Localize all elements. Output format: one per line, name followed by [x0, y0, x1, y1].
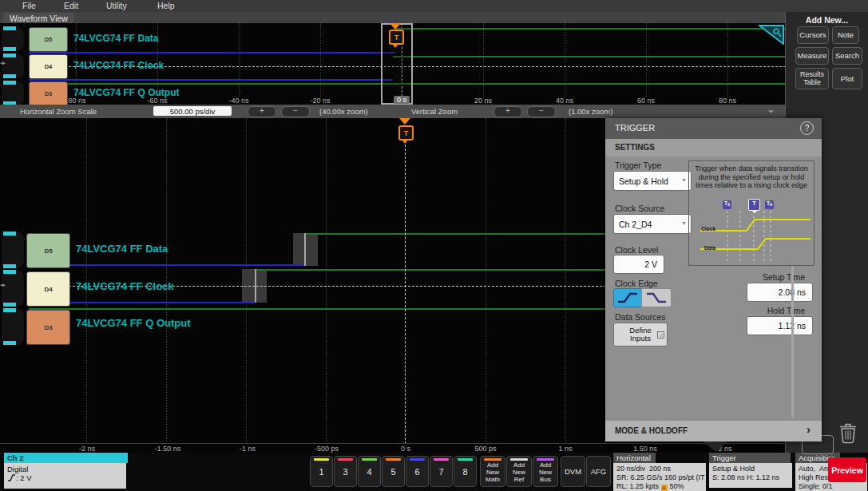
trash-icon[interactable]	[838, 422, 858, 445]
overview-axis-tick-zero: 0 s	[394, 96, 410, 104]
dropdown-arrow-icon: ▼	[681, 177, 687, 183]
settings-tab-label: SETTINGS	[615, 143, 655, 152]
overview-clock-low	[29, 79, 393, 81]
main-trigger-arrow-icon	[399, 118, 410, 125]
overview-data-low	[29, 52, 395, 53]
clock-edge-falling-button[interactable]	[641, 288, 672, 307]
hold-time-input[interactable]: 1.12 ns	[747, 316, 813, 335]
define-inputs-button[interactable]: Define Inputs ◿	[613, 323, 668, 346]
chevron-down-icon[interactable]: ⌄	[767, 103, 775, 115]
channel-badge-d4[interactable]: D4	[26, 271, 70, 307]
overview-trigger-tail-icon	[392, 44, 398, 48]
channel-6-button[interactable]: 6	[406, 456, 429, 487]
overview-axis-tick: -40 ns	[228, 97, 248, 105]
th-marker-flag: TH	[765, 200, 774, 209]
main-trigger-tail-icon	[402, 140, 408, 144]
clock-edge-rising-button[interactable]	[613, 288, 642, 307]
channel-5-button[interactable]: 5	[382, 456, 405, 487]
trigger-source-indicator-icon: ◂▸	[0, 60, 6, 66]
trigger-source-indicator-icon: ◂▸	[0, 282, 6, 288]
v-zoom-plus-button[interactable]: +	[493, 106, 522, 117]
menu-edit[interactable]: Edit	[64, 1, 78, 10]
channel-3-button[interactable]: 3	[334, 456, 357, 487]
trigger-badge[interactable]: Trigger Setup & Hold S: 2.08 ns H: 1.12 …	[709, 453, 792, 488]
ch2-threshold: : 2 V	[16, 473, 32, 482]
trigger-settings-panel: TRIGGER ? SETTINGS Trigger Type Setup & …	[605, 118, 822, 442]
channel-badge-d3[interactable]: D3	[29, 81, 68, 106]
channel-label-data: 74LVCG74 FF Data	[76, 243, 168, 255]
h-zoom-scale-input[interactable]: 500.00 ps/div	[153, 106, 232, 116]
channel-badge-d5[interactable]: D5	[29, 27, 68, 52]
tab-waveform-view[interactable]: Waveform View	[3, 13, 74, 24]
note-button[interactable]: Note	[832, 26, 859, 44]
v-zoom-minus-button[interactable]: −	[527, 106, 556, 117]
overview-plot[interactable]: T -80 ns -60 ns -40 ns -20 ns 0 s 20 ns …	[0, 23, 786, 105]
dropdown-arrow-icon: ▼	[681, 220, 687, 226]
plot-button[interactable]: Plot	[832, 68, 862, 89]
afg-button[interactable]: AFG	[586, 456, 611, 487]
channel-handle[interactable]	[2, 308, 24, 345]
h-zoom-plus-button[interactable]: +	[248, 106, 276, 117]
overview-trigger-flag-icon[interactable]: T	[389, 30, 404, 45]
add-new-title: Add New...	[786, 15, 868, 25]
horizontal-badge[interactable]: Horizontal 20 ns/div 200 ns SR: 6.25 GS/…	[613, 453, 706, 491]
main-axis-tick: 1.50 ns	[633, 445, 657, 453]
mode-holdoff-bar[interactable]: MODE & HOLDOFF ›	[605, 421, 822, 442]
clock-source-label: Clock Source	[615, 204, 664, 213]
main-data-edge	[304, 233, 306, 266]
clock-source-dropdown[interactable]: Ch 2_D4 ▼	[613, 214, 692, 234]
main-axis-tick: 0 s	[401, 445, 410, 453]
setup-time-label: Setup Time	[741, 272, 805, 282]
help-icon[interactable]: ?	[800, 121, 814, 135]
channel-8-button[interactable]: 8	[454, 456, 477, 487]
channel-label-output: 74LVCG74 FF Q Output	[76, 317, 191, 329]
channel-badge-d5[interactable]: D5	[26, 233, 70, 268]
channel-handle[interactable]	[2, 270, 24, 307]
overview-axis-tick: 60 ns	[637, 97, 655, 105]
clock-edge-label: Clock Edge	[615, 279, 658, 288]
trigger-type-dropdown[interactable]: Setup & Hold ▼	[613, 171, 692, 191]
h-zoom-minus-button[interactable]: −	[281, 106, 310, 117]
add-new-ref-button[interactable]: Add New Ref	[506, 456, 532, 487]
channel-badge-d3[interactable]: D3	[26, 310, 70, 345]
dvm-button[interactable]: DVM	[561, 456, 585, 487]
channel-handle[interactable]	[2, 81, 24, 105]
ts-marker-flag: TS	[723, 200, 731, 209]
menu-file[interactable]: File	[22, 1, 36, 10]
hold-time-label: Hold Time	[741, 306, 805, 315]
trigger-panel-header[interactable]: TRIGGER ?	[605, 118, 822, 139]
main-clock-edge	[255, 269, 256, 303]
panel-scrollbar[interactable]	[791, 266, 794, 418]
zoom-scale-bar: Horizontal Zoom Scale 500.00 ps/div + − …	[0, 105, 786, 118]
menu-utility[interactable]: Utility	[106, 1, 127, 10]
results-table-button[interactable]: Results Table	[795, 68, 829, 89]
setup-time-input[interactable]: 2.08 ns	[747, 283, 813, 302]
add-new-math-button[interactable]: Add New Math	[480, 456, 505, 487]
panel-callout-tail	[704, 442, 727, 452]
zoom-overview-icon[interactable]	[759, 25, 784, 45]
add-new-bus-button[interactable]: Add New Bus	[533, 456, 558, 487]
channel-7-button[interactable]: 7	[430, 456, 453, 487]
channel-4-button[interactable]: 4	[358, 456, 381, 487]
preview-button[interactable]: Preview	[828, 457, 866, 482]
overview-axis-tick: 80 ns	[719, 97, 736, 105]
define-inputs-label: Define Inputs	[623, 327, 658, 343]
measure-button[interactable]: Measure	[795, 47, 829, 65]
ch2-badge[interactable]: Ch 2 Digital : 2 V	[4, 453, 126, 489]
channel-handle[interactable]	[2, 232, 24, 268]
main-axis-tick: -500 ps	[315, 445, 339, 453]
search-button[interactable]: Search	[832, 47, 862, 65]
channel-1-button[interactable]: 1	[310, 456, 333, 487]
channel-handle[interactable]	[2, 26, 24, 51]
tab-settings[interactable]: SETTINGS	[605, 139, 822, 156]
clock-level-input[interactable]: 2 V	[613, 255, 664, 274]
main-axis-tick: -1 ns	[240, 445, 256, 453]
main-trigger-flag-icon[interactable]: T	[398, 125, 414, 141]
menu-help[interactable]: Help	[157, 1, 175, 10]
cursors-button[interactable]: Cursors	[797, 26, 829, 44]
channel-label-data: 74LVCG74 FF Data	[73, 33, 158, 44]
channel-badge-d4[interactable]: D4	[29, 54, 68, 79]
horizontal-badge-title: Horizontal	[613, 453, 656, 463]
menu-bar: File Edit Utility Help	[0, 0, 868, 12]
h-zoom-scale-label: Horizontal Zoom Scale	[20, 107, 97, 116]
